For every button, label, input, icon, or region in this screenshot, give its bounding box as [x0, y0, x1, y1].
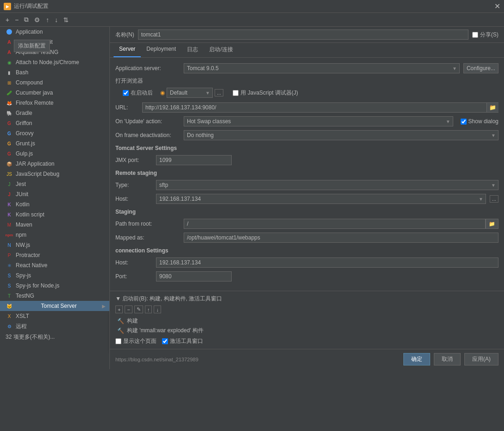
app-server-select[interactable]: Tomcat 9.0.5: [184, 63, 460, 73]
sidebar-item-bash[interactable]: ▮ Bash: [0, 67, 109, 78]
configure-btn[interactable]: Configure...: [463, 63, 498, 73]
sidebar-item-gulp-js[interactable]: G Gulp.js: [0, 149, 109, 159]
before-launch-add-btn[interactable]: +: [115, 305, 123, 313]
url-folder-icon[interactable]: 📁: [486, 103, 498, 112]
sidebar-item-javascript-debug[interactable]: JS JavaScript Debug: [0, 169, 109, 179]
show-page-text: 显示这个页面: [123, 337, 156, 345]
cucumber-icon: 🥒: [6, 89, 13, 96]
sidebar-item-label: Kotlin: [16, 201, 30, 208]
sidebar-item-compound[interactable]: ⊞ Compound: [0, 78, 109, 88]
build-label: 构建: [127, 317, 138, 325]
host-extra-btn[interactable]: ...: [490, 195, 498, 203]
close-btn[interactable]: ✕: [494, 2, 500, 11]
cancel-btn[interactable]: 取消: [434, 353, 461, 365]
sidebar-item-attach-nodejs[interactable]: ◉ Attach to Node.js/Chrome: [0, 57, 109, 67]
tab-server[interactable]: Server: [114, 43, 141, 57]
show-page-checkbox-label[interactable]: 显示这个页面: [115, 337, 156, 345]
browser-select[interactable]: Default: [167, 88, 213, 98]
path-from-root-label: Path from root:: [115, 221, 180, 227]
settings-btn[interactable]: ⚙: [32, 15, 42, 24]
open-browser-label: 打开浏览器: [115, 77, 498, 85]
sidebar-item-jest[interactable]: J Jest: [0, 179, 109, 189]
mapped-as-input[interactable]: [184, 233, 498, 243]
tab-startup[interactable]: 启动/连接: [204, 43, 238, 57]
jmx-port-input[interactable]: [156, 155, 232, 165]
sort-btn[interactable]: ⇅: [61, 15, 71, 24]
arquillian-testng-icon: A: [6, 48, 13, 56]
on-frame-deact-label: On frame deactivation:: [115, 132, 180, 138]
sidebar-item-more[interactable]: 32 项更多(不相关)...: [0, 332, 109, 342]
show-dialog-checkbox[interactable]: [461, 119, 467, 125]
sidebar-item-jar-application[interactable]: 📦 JAR Application: [0, 159, 109, 169]
sidebar-item-label: Bash: [16, 69, 28, 76]
share-checkbox[interactable]: [472, 32, 478, 38]
conn-host-input[interactable]: [156, 257, 498, 268]
tab-log[interactable]: 日志: [181, 43, 204, 57]
path-from-root-input[interactable]: [184, 219, 486, 229]
before-launch-down-btn[interactable]: ↓: [154, 305, 161, 313]
junit-icon: J: [6, 191, 13, 198]
sidebar-item-spy-js[interactable]: S Spy-js: [0, 270, 109, 281]
path-folder-btn[interactable]: 📁: [486, 219, 498, 229]
after-launch-checkbox[interactable]: [123, 90, 129, 96]
sidebar-item-kotlin[interactable]: K Kotlin: [0, 199, 109, 210]
tabs-bar: Server Deployment 日志 启动/连接: [110, 43, 504, 58]
tab-deployment[interactable]: Deployment: [141, 43, 181, 57]
sidebar-item-junit[interactable]: J JUnit: [0, 189, 109, 199]
chrome-icon: ◉: [160, 90, 165, 96]
activate-tool-checkbox-label[interactable]: 激活工具窗口: [162, 337, 203, 345]
move-up-btn[interactable]: ↑: [44, 15, 51, 24]
js-debugger-label[interactable]: 用 JavaScript 调试器(J): [233, 89, 298, 97]
share-checkbox-row: 分享(S): [472, 31, 498, 39]
apply-btn[interactable]: 应用(A): [464, 353, 498, 365]
arquillian-junit-icon: A: [6, 38, 13, 46]
sidebar-item-testng[interactable]: T TestNG: [0, 291, 109, 301]
sidebar-item-npm[interactable]: npm npm: [0, 230, 109, 240]
name-input[interactable]: [138, 30, 468, 40]
remove-config-btn[interactable]: −: [13, 15, 20, 24]
url-input[interactable]: [142, 102, 498, 113]
sidebar-item-groovy[interactable]: G Groovy: [0, 128, 109, 138]
sidebar-item-cucumber-java[interactable]: 🥒 Cucumber java: [0, 88, 109, 98]
on-frame-deact-select[interactable]: Do nothing: [184, 130, 498, 140]
sidebar-item-maven[interactable]: M Maven: [0, 220, 109, 230]
sidebar-item-protractor[interactable]: P Protractor: [0, 250, 109, 260]
browser-extra-btn[interactable]: ...: [215, 89, 223, 96]
build-artifact-label: 构建 'mmall:war exploded' 构件: [127, 327, 204, 335]
show-dialog-label[interactable]: Show dialog: [461, 118, 498, 125]
sidebar-item-gradle[interactable]: 🐘 Gradle: [0, 108, 109, 118]
sidebar-item-firefox-remote[interactable]: 🦊 Firefox Remote: [0, 98, 109, 108]
on-frame-deact-row: On frame deactivation: Do nothing ▼: [115, 130, 498, 140]
sidebar-item-application[interactable]: Application: [0, 27, 109, 37]
sidebar-item-xslt[interactable]: X XSLT: [0, 311, 109, 321]
attach-nodejs-icon: ◉: [6, 59, 13, 66]
type-select[interactable]: sftp: [156, 180, 498, 190]
ok-btn[interactable]: 确定: [403, 353, 430, 365]
url-row: URL: 📁: [115, 102, 498, 113]
app-server-row: Application server: Tomcat 9.0.5 ▼ Confi…: [115, 63, 498, 73]
host-select[interactable]: 192.168.137.134: [156, 194, 486, 204]
sidebar-item-nwjs[interactable]: N NW.js: [0, 240, 109, 250]
before-launch-up-btn[interactable]: ↑: [145, 305, 152, 313]
sidebar-item-label: Grunt.js: [16, 140, 35, 147]
before-launch-toolbar: + − ✎ ↑ ↓: [115, 305, 498, 313]
before-launch-remove-btn[interactable]: −: [125, 305, 132, 313]
on-update-select[interactable]: Hot Swap classes: [184, 116, 453, 126]
sidebar-item-grunt-js[interactable]: G Grunt.js: [0, 138, 109, 149]
copy-config-btn[interactable]: ⧉: [22, 15, 30, 24]
sidebar-item-griffon[interactable]: G Griffon: [0, 118, 109, 128]
sidebar-item-kotlin-script[interactable]: K Kotlin script: [0, 210, 109, 220]
bash-icon: ▮: [6, 69, 13, 76]
activate-tool-checkbox[interactable]: [162, 338, 168, 344]
port-input[interactable]: [156, 271, 232, 281]
sidebar-item-react-native[interactable]: ⚛ React Native: [0, 260, 109, 270]
show-page-checkbox[interactable]: [115, 338, 121, 344]
sidebar-item-remote[interactable]: ⚙ 远程: [0, 321, 109, 332]
sidebar-item-spy-js-node[interactable]: S Spy-js for Node.js: [0, 281, 109, 291]
sidebar-item-tomcat-server[interactable]: 🐱 Tomcat Server ▶: [0, 301, 109, 311]
js-debugger-checkbox[interactable]: [233, 90, 239, 96]
add-config-btn[interactable]: +: [4, 15, 11, 24]
move-down-btn[interactable]: ↓: [53, 15, 60, 24]
before-launch-edit-btn[interactable]: ✎: [134, 305, 143, 313]
after-launch-checkbox-label[interactable]: 在启动后: [123, 89, 153, 97]
